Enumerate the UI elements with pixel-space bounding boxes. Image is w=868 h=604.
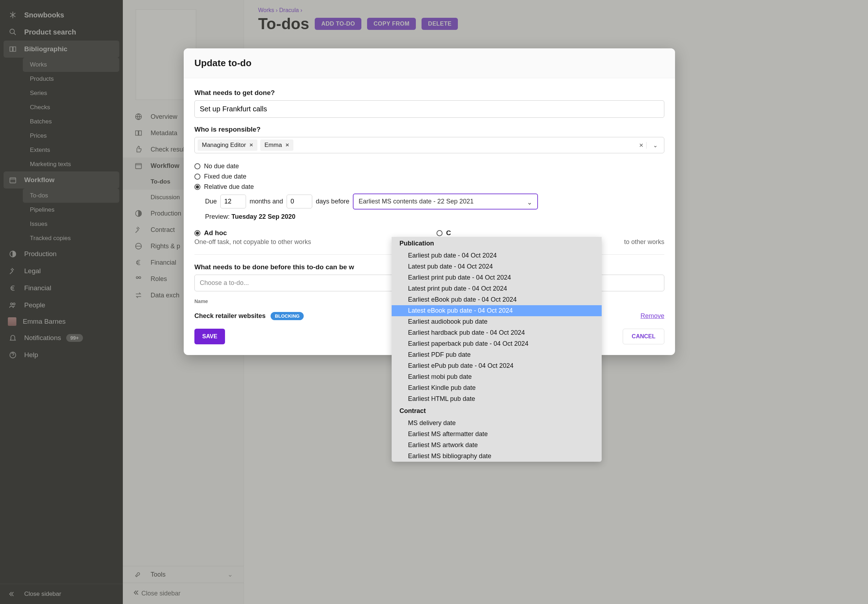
due-prefix: Due: [205, 198, 217, 205]
dropdown-group-publication: Publication: [392, 237, 602, 250]
dropdown-option[interactable]: Earliest Kindle pub date: [392, 382, 602, 394]
dropdown-option[interactable]: Earliest mobi pub date: [392, 371, 602, 382]
remove-tag-icon[interactable]: ×: [285, 142, 289, 149]
dropdown-option[interactable]: Latest eBook pub date - 04 Oct 2024: [392, 305, 602, 316]
dropdown-option[interactable]: Earliest MS artwork date: [392, 440, 602, 451]
responsible-input[interactable]: Managing Editor× Emma× × ⌄: [194, 137, 664, 153]
dropdown-option[interactable]: Earliest PDF pub date: [392, 349, 602, 360]
dropdown-option[interactable]: Earliest print pub date - 04 Oct 2024: [392, 272, 602, 283]
days-input[interactable]: [287, 195, 312, 209]
clear-all-tags-icon[interactable]: ×: [639, 141, 643, 150]
dropdown-option[interactable]: Earliest MS aftermatter date: [392, 429, 602, 440]
what-input[interactable]: [194, 100, 664, 118]
due-option-fixed[interactable]: Fixed due date: [194, 173, 664, 180]
modal-title: Update to-do: [184, 48, 675, 78]
responsible-tag: Emma×: [260, 139, 293, 151]
responsible-tag: Managing Editor×: [198, 139, 257, 151]
type-adhoc[interactable]: Ad hoc One-off task, not copyable to oth…: [194, 229, 422, 246]
prereq-name: Check retailer websites: [194, 312, 266, 320]
anchor-date-select[interactable]: Earliest MS contents date - 22 Sep 2021 …: [353, 193, 538, 210]
months-input[interactable]: [220, 195, 246, 209]
dropdown-option[interactable]: Earliest eBook pub date - 04 Oct 2024: [392, 294, 602, 305]
dropdown-option[interactable]: Earliest MS bibliography date: [392, 451, 602, 462]
due-option-relative[interactable]: Relative due date: [194, 183, 664, 191]
chevron-down-icon[interactable]: ⌄: [646, 142, 657, 149]
dropdown-option[interactable]: Latest print pub date - 04 Oct 2024: [392, 283, 602, 294]
remove-prereq-link[interactable]: Remove: [640, 312, 664, 320]
dropdown-option[interactable]: Earliest pub date - 04 Oct 2024: [392, 250, 602, 261]
dropdown-option[interactable]: MS delivery date: [392, 418, 602, 429]
dropdown-option[interactable]: Earliest audiobook pub date: [392, 316, 602, 327]
dropdown-group-contract: Contract: [392, 405, 602, 418]
radio-icon: [437, 230, 443, 236]
dropdown-option[interactable]: Earliest HTML pub date: [392, 394, 602, 405]
what-label: What needs to get done?: [194, 89, 664, 97]
dropdown-option[interactable]: Earliest hardback pub date - 04 Oct 2024: [392, 327, 602, 338]
save-button[interactable]: SAVE: [194, 329, 225, 344]
radio-icon: [194, 174, 200, 180]
radio-selected-icon: [194, 184, 200, 190]
dropdown-option[interactable]: Latest pub date - 04 Oct 2024: [392, 261, 602, 272]
radio-icon: [194, 163, 200, 169]
chevron-down-icon: ⌄: [527, 198, 532, 206]
remove-tag-icon[interactable]: ×: [250, 142, 253, 149]
cancel-button[interactable]: CANCEL: [623, 329, 664, 344]
radio-selected-icon: [194, 230, 200, 236]
due-option-none[interactable]: No due date: [194, 162, 664, 170]
dropdown-option[interactable]: Earliest paperback pub date - 04 Oct 202…: [392, 338, 602, 349]
dropdown-option[interactable]: Earliest ePub pub date - 04 Oct 2024: [392, 360, 602, 371]
anchor-date-dropdown: Publication Earliest pub date - 04 Oct 2…: [392, 237, 602, 462]
blocking-badge: BLOCKING: [271, 312, 304, 320]
preview-line: Preview: Tuesday 22 Sep 2020: [205, 213, 664, 221]
who-label: Who is responsible?: [194, 125, 664, 133]
